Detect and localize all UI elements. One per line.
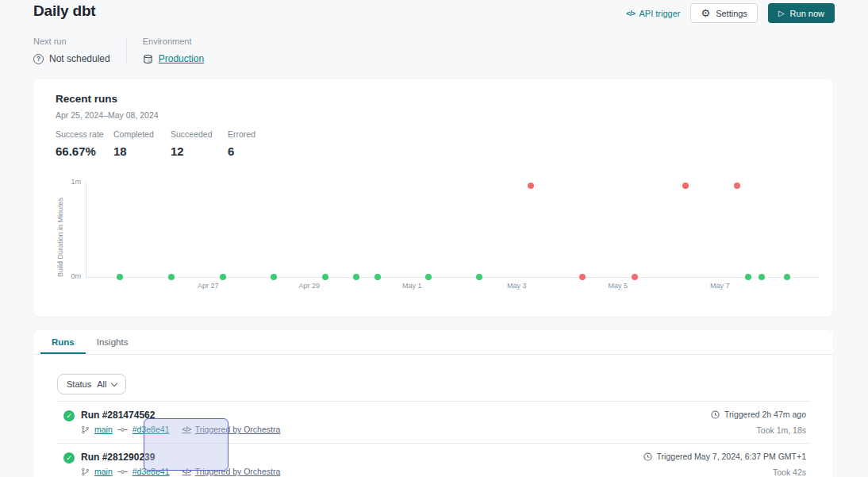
run-data-point-errored[interactable] bbox=[579, 274, 586, 280]
trigger-source-link[interactable]: </> Triggered by Orchestra bbox=[182, 467, 280, 476]
y-tick-label: 1m bbox=[33, 178, 81, 186]
run-data-point-succeeded[interactable] bbox=[784, 274, 790, 280]
x-tick-label: May 1 bbox=[402, 282, 422, 290]
run-data-point-succeeded[interactable] bbox=[759, 274, 765, 280]
run-title: Run #281290239 bbox=[81, 452, 280, 463]
stat-errored: Errored 6 bbox=[228, 129, 285, 158]
status-filter[interactable]: Status All bbox=[57, 374, 126, 394]
success-check-icon: ✓ bbox=[63, 452, 75, 464]
clock-icon bbox=[643, 452, 652, 461]
run-title: Run #281474562 bbox=[81, 410, 280, 421]
stat-succeeded: Succeeded 12 bbox=[171, 129, 228, 158]
run-duration: Took 1m, 18s bbox=[711, 425, 806, 435]
meta-divider bbox=[126, 37, 127, 64]
x-tick-label: Apr 29 bbox=[299, 282, 321, 290]
recent-runs-title: Recent runs bbox=[56, 93, 117, 105]
run-data-point-errored[interactable] bbox=[734, 183, 740, 189]
run-list: ✓ Run #281474562 main #d3 bbox=[57, 401, 811, 477]
tab-runs[interactable]: Runs bbox=[40, 330, 86, 354]
environment-link[interactable]: Production bbox=[159, 53, 204, 64]
run-data-point-errored[interactable] bbox=[682, 183, 689, 189]
api-trigger-link[interactable]: </> API trigger bbox=[626, 9, 680, 18]
git-commit-icon bbox=[117, 425, 128, 434]
run-triggered-time: Triggered 2h 47m ago bbox=[724, 410, 806, 419]
x-tick-label: May 3 bbox=[507, 282, 527, 290]
api-trigger-label: API trigger bbox=[639, 9, 681, 18]
code-icon: </> bbox=[182, 467, 190, 475]
topbar: Daily dbt </> API trigger ⚙ Settings ▷ R… bbox=[0, 0, 868, 23]
next-run-value: Not scheduled bbox=[49, 53, 110, 64]
stats-row: Success rate 66.67% Completed 18 Succeed… bbox=[56, 129, 285, 158]
settings-label: Settings bbox=[716, 9, 747, 18]
stat-completed: Completed 18 bbox=[113, 129, 171, 158]
git-branch-icon bbox=[81, 425, 90, 434]
runs-card: Runs Insights Status All ✓ Run #28147456… bbox=[33, 330, 833, 477]
code-icon: </> bbox=[626, 10, 635, 17]
settings-button[interactable]: ⚙ Settings bbox=[690, 3, 757, 23]
run-data-point-succeeded[interactable] bbox=[271, 274, 277, 280]
x-tick-label: Apr 27 bbox=[198, 282, 219, 290]
y-axis-label: Build Duration in Minutes bbox=[56, 183, 64, 277]
database-icon bbox=[143, 54, 153, 64]
run-data-point-succeeded[interactable] bbox=[220, 274, 226, 280]
recent-runs-card: Recent runs Apr 25, 2024–May 08, 2024 Su… bbox=[33, 79, 833, 317]
gear-icon: ⚙ bbox=[701, 8, 710, 18]
run-data-point-succeeded[interactable] bbox=[117, 274, 123, 280]
commit-link[interactable]: #d3e8e41 bbox=[133, 467, 170, 476]
environment-block: Environment Production bbox=[143, 37, 204, 64]
next-run-label: Next run bbox=[33, 37, 110, 46]
tab-insights[interactable]: Insights bbox=[86, 330, 140, 354]
environment-label: Environment bbox=[143, 37, 204, 46]
play-icon: ▷ bbox=[778, 10, 785, 17]
header-actions: </> API trigger ⚙ Settings ▷ Run now bbox=[626, 2, 835, 23]
y-axis-line bbox=[86, 183, 86, 277]
status-filter-value: All bbox=[97, 379, 106, 389]
run-data-point-succeeded[interactable] bbox=[425, 274, 432, 280]
run-row[interactable]: ✓ Run #281474562 main #d3 bbox=[57, 402, 811, 444]
run-now-button[interactable]: ▷ Run now bbox=[768, 3, 835, 23]
date-range: Apr 25, 2024–May 08, 2024 bbox=[56, 110, 159, 120]
duration-chart: Build Duration in Minutes1m0mApr 27Apr 2… bbox=[33, 171, 833, 306]
commit-link[interactable]: #d3e8e41 bbox=[133, 425, 170, 434]
git-commit-icon bbox=[117, 467, 128, 476]
x-tick-label: May 5 bbox=[609, 282, 628, 290]
status-filter-label: Status bbox=[67, 379, 91, 389]
code-icon: </> bbox=[182, 425, 190, 433]
stat-success-rate: Success rate 66.67% bbox=[56, 129, 113, 158]
x-axis-line bbox=[86, 277, 819, 278]
success-check-icon: ✓ bbox=[63, 410, 75, 421]
run-now-label: Run now bbox=[790, 9, 824, 18]
run-row[interactable]: ✓ Run #281290239 main #d3 bbox=[57, 444, 811, 477]
help-circle-icon: ? bbox=[33, 54, 44, 64]
run-triggered-time: Triggered May 7, 2024, 6:37 PM GMT+1 bbox=[657, 452, 806, 461]
run-data-point-succeeded[interactable] bbox=[353, 274, 359, 280]
trigger-source-link[interactable]: </> Triggered by Orchestra bbox=[182, 425, 280, 434]
branch-link[interactable]: main bbox=[94, 467, 113, 476]
run-data-point-succeeded[interactable] bbox=[374, 274, 381, 280]
run-data-point-errored[interactable] bbox=[528, 183, 534, 189]
x-tick-label: May 7 bbox=[710, 282, 730, 290]
run-data-point-succeeded[interactable] bbox=[476, 274, 482, 280]
page-title: Daily dbt bbox=[33, 2, 95, 20]
run-duration: Took 42s bbox=[643, 467, 806, 477]
tabbar: Runs Insights bbox=[33, 330, 833, 355]
chevron-down-icon bbox=[111, 379, 117, 386]
clock-icon bbox=[711, 410, 720, 419]
run-data-point-succeeded[interactable] bbox=[168, 274, 175, 280]
git-branch-icon bbox=[81, 467, 90, 476]
branch-link[interactable]: main bbox=[94, 425, 113, 434]
run-data-point-succeeded[interactable] bbox=[745, 274, 751, 280]
job-meta-row: Next run ? Not scheduled Environment Pro… bbox=[33, 37, 835, 64]
run-data-point-errored[interactable] bbox=[632, 274, 638, 280]
run-data-point-succeeded[interactable] bbox=[322, 274, 328, 280]
next-run-block: Next run ? Not scheduled bbox=[33, 37, 110, 64]
y-tick-label: 0m bbox=[33, 272, 81, 280]
